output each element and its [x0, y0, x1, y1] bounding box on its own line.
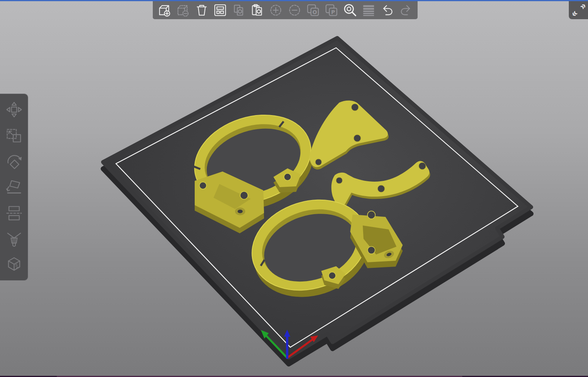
search-icon: [343, 3, 357, 17]
scale-icon: [5, 127, 23, 144]
search-button[interactable]: [342, 2, 358, 18]
move-tool-button[interactable]: [3, 99, 25, 121]
svg-text:O: O: [312, 9, 317, 15]
add-object-button[interactable]: [157, 2, 172, 18]
paint-brush-icon: [5, 230, 23, 247]
arrange-button[interactable]: [212, 2, 228, 18]
seam-cube-icon: [5, 256, 23, 273]
window-top-accent: [0, 0, 588, 1]
place-on-face-icon: [5, 179, 23, 196]
remove-instance-button[interactable]: [287, 2, 302, 18]
undo-button[interactable]: [380, 2, 395, 18]
add-instance-icon: [269, 3, 283, 17]
place-on-face-tool-button[interactable]: [3, 176, 25, 198]
paste-icon: [250, 3, 264, 17]
arrange-icon: [213, 3, 227, 17]
redo-button[interactable]: [398, 2, 414, 18]
redo-icon: [399, 3, 413, 17]
paste-button[interactable]: [250, 2, 265, 18]
left-toolbar: [0, 94, 28, 281]
copy-button[interactable]: [231, 2, 247, 18]
delete-object-button[interactable]: [175, 2, 191, 18]
split-to-objects-button[interactable]: O: [305, 2, 321, 18]
chevron-right-double-icon: »: [577, 1, 588, 11]
trash-icon: [195, 3, 209, 17]
chevron-left-double-icon: «: [569, 8, 579, 18]
cut-tool-button[interactable]: [3, 202, 25, 224]
variable-layer-height-button[interactable]: [361, 2, 376, 18]
collapse-panel-button[interactable]: » «: [569, 0, 588, 19]
split-to-parts-icon: P: [324, 3, 338, 17]
rotate-icon: [5, 153, 23, 170]
add-instance-button[interactable]: [268, 2, 284, 18]
slicer-window: O P: [0, 0, 588, 377]
copy-icon: [232, 3, 246, 17]
undo-icon: [380, 3, 394, 17]
seam-painting-tool-button[interactable]: [3, 254, 25, 276]
delete-all-button[interactable]: [194, 2, 210, 18]
scale-tool-button[interactable]: [3, 124, 25, 146]
add-object-icon: [157, 3, 172, 17]
delete-object-icon: [176, 3, 190, 17]
remove-instance-icon: [288, 3, 302, 17]
split-to-parts-button[interactable]: P: [324, 2, 339, 18]
cut-icon: [5, 204, 23, 222]
rotate-tool-button[interactable]: [3, 150, 25, 172]
variable-layer-height-icon: [362, 3, 376, 17]
viewport-3d[interactable]: [0, 0, 588, 377]
paint-supports-tool-button[interactable]: [3, 228, 25, 250]
top-toolbar: O P: [153, 1, 418, 19]
split-to-objects-icon: O: [306, 3, 320, 17]
move-icon: [5, 101, 23, 118]
print-bed-top: [103, 38, 531, 357]
svg-text:P: P: [331, 9, 335, 15]
